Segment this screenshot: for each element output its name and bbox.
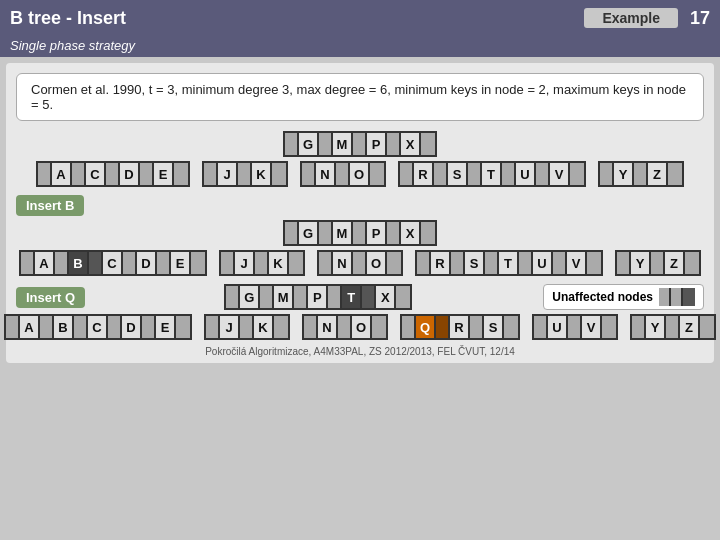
- tree3-leaf-1: J K: [204, 314, 290, 340]
- tree2-leaf-3: R S T U V: [415, 250, 603, 276]
- tree1-leaf-2: N O: [300, 161, 386, 187]
- footer: Pokročilá Algoritmizace, A4M33PAL, ZS 20…: [16, 346, 704, 357]
- tree3-leaf-2: N O: [302, 314, 388, 340]
- tree1-leaf-3: R S T U V: [398, 161, 586, 187]
- tree2-root: G M P X: [283, 220, 437, 246]
- tree1-leaf-0: A C D E: [36, 161, 190, 187]
- tree2-leaf-0: A B C D E: [19, 250, 207, 276]
- tree2-leaf-4: Y Z: [615, 250, 701, 276]
- header: B tree - Insert Example 17: [0, 0, 720, 36]
- tree3-section: Insert Q G M P T X Unaf: [16, 284, 704, 340]
- tree1-section: G M P X A C D E J K: [16, 131, 704, 187]
- unaffected-label: Unaffected nodes: [552, 290, 653, 304]
- tree1-leaf-4: Y Z: [598, 161, 684, 187]
- tree2-section: Insert B G M P X A B C D E: [16, 195, 704, 276]
- example-label: Example: [584, 8, 678, 28]
- insert-q-button[interactable]: Insert Q: [16, 287, 85, 308]
- tree2-leaf-1: J K: [219, 250, 305, 276]
- tree3-leaf-5: Y Z: [630, 314, 716, 340]
- subtitle: Single phase strategy: [0, 36, 720, 57]
- unaffected-nodes-box: Unaffected nodes: [543, 284, 704, 310]
- insert-b-button[interactable]: Insert B: [16, 195, 84, 216]
- description-box: Cormen et al. 1990, t = 3, minimum degre…: [16, 73, 704, 121]
- tree2-leaf-2: N O: [317, 250, 403, 276]
- main-content: Cormen et al. 1990, t = 3, minimum degre…: [6, 63, 714, 363]
- tree1-leaf-1: J K: [202, 161, 288, 187]
- tree1-root: G M P X: [283, 131, 437, 157]
- tree3-leaf-4: U V: [532, 314, 618, 340]
- tree3-leaf-3: Q R S: [400, 314, 520, 340]
- tree3-root: G M P T X: [224, 284, 412, 310]
- header-title: B tree - Insert: [10, 8, 584, 29]
- tree3-leaf-0: A B C D E: [4, 314, 192, 340]
- slide-number: 17: [690, 8, 710, 29]
